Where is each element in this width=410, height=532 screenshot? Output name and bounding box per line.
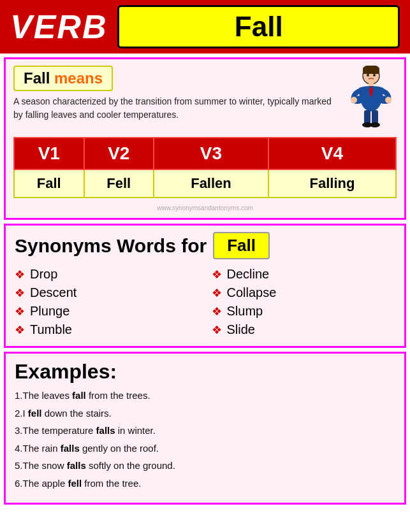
synonym-decline: ❖ Decline [212,267,396,282]
example-post: down the stairs. [42,408,112,419]
example-bold: fell [68,478,82,489]
meaning-title-suffix: means [50,69,103,87]
synonyms-section: Synonyms Words for Fall ❖ Drop ❖ Decline… [4,224,406,348]
example-4: 4.The rain falls gently on the roof. [15,442,395,456]
example-bold: fall [72,390,86,401]
synonym-label: Descent [30,285,77,300]
example-pre: 3.The temperature [15,425,96,436]
example-3: 3.The temperature falls in winter. [15,424,395,438]
synonym-label: Drop [30,267,57,282]
synonym-tumble: ❖ Tumble [15,322,199,337]
synonym-label: Plunge [30,304,70,319]
example-bold: falls [96,425,115,436]
v1-header: V1 [14,138,84,169]
meaning-section: Fall means A season characterized by the… [4,57,406,220]
example-bold: fell [28,408,42,419]
v2-header: V2 [84,138,154,169]
synonym-label: Slide [227,322,255,337]
diamond-icon-5: ❖ [212,268,222,282]
diamond-icon-8: ❖ [212,323,222,337]
synonym-label: Slump [227,304,263,319]
avatar [346,66,397,129]
diamond-icon-3: ❖ [15,305,25,319]
example-pre: 1.The leaves [15,390,72,401]
meaning-title-box: Fall means [13,66,113,91]
svg-rect-9 [364,110,370,124]
example-pre: 5.The snow [15,460,67,471]
example-post: from the tree. [82,478,141,489]
person-illustration [346,66,396,129]
example-5: 5.The snow falls softly on the ground. [15,459,395,473]
svg-point-7 [351,97,357,103]
diamond-icon-2: ❖ [15,286,25,300]
v4-value: Falling [268,169,396,198]
synonym-label: Collapse [227,285,277,300]
synonym-slump: ❖ Slump [212,304,396,319]
example-pre: 4.The rain [15,443,61,454]
synonyms-title-text: Synonyms Words for [15,235,207,257]
header-word: Fall [117,5,400,48]
diamond-icon-4: ❖ [15,323,25,337]
synonyms-word-box: Fall [213,232,270,259]
synonym-descent: ❖ Descent [15,285,199,300]
synonym-collapse: ❖ Collapse [212,285,396,300]
synonyms-title-row: Synonyms Words for Fall [15,232,395,259]
svg-rect-2 [363,69,379,74]
example-2: 2.I fell down the stairs. [15,406,395,421]
svg-point-4 [373,74,376,76]
example-post: from the trees. [86,390,150,401]
synonym-slide: ❖ Slide [212,322,396,337]
verb-forms-table: V1 V2 V3 V4 Fall Fell Fallen Falling [13,137,397,198]
header: VERB Fall [0,0,410,54]
diamond-icon-6: ❖ [212,286,222,300]
synonym-label: Tumble [30,322,72,337]
watermark: www.synonymsandantonyms.com [13,205,397,212]
example-bold: falls [67,460,86,471]
v2-value: Fell [84,169,154,198]
v1-value: Fall [14,169,84,198]
example-post: gently on the roof. [80,443,159,454]
svg-point-8 [385,97,392,103]
synonym-drop: ❖ Drop [15,267,199,282]
synonym-label: Decline [227,267,270,282]
example-pre: 6.The apple [15,478,68,489]
v3-header: V3 [154,138,268,169]
meaning-description: A season characterized by the transition… [13,95,339,122]
example-6: 6.The apple fell from the tree. [15,477,395,491]
example-post: softly on the ground. [86,460,175,471]
svg-rect-10 [372,110,378,124]
verb-label: VERB [10,8,107,46]
synonyms-grid: ❖ Drop ❖ Decline ❖ Descent ❖ Collapse ❖ … [15,267,395,337]
example-1: 1.The leaves fall from the trees. [15,389,395,403]
example-bold: falls [61,443,80,454]
synonym-plunge: ❖ Plunge [15,304,199,319]
v3-value: Fallen [154,169,268,198]
svg-point-3 [367,74,369,76]
diamond-icon-7: ❖ [212,305,222,319]
example-pre: 2.I [15,408,28,419]
diamond-icon-1: ❖ [15,268,25,282]
v4-header: V4 [268,138,396,169]
examples-section: Examples: 1.The leaves fall from the tre… [4,352,406,505]
examples-title: Examples: [15,360,395,384]
meaning-title-word: Fall [24,69,50,87]
svg-point-12 [370,122,380,127]
example-post: in winter. [115,425,156,436]
